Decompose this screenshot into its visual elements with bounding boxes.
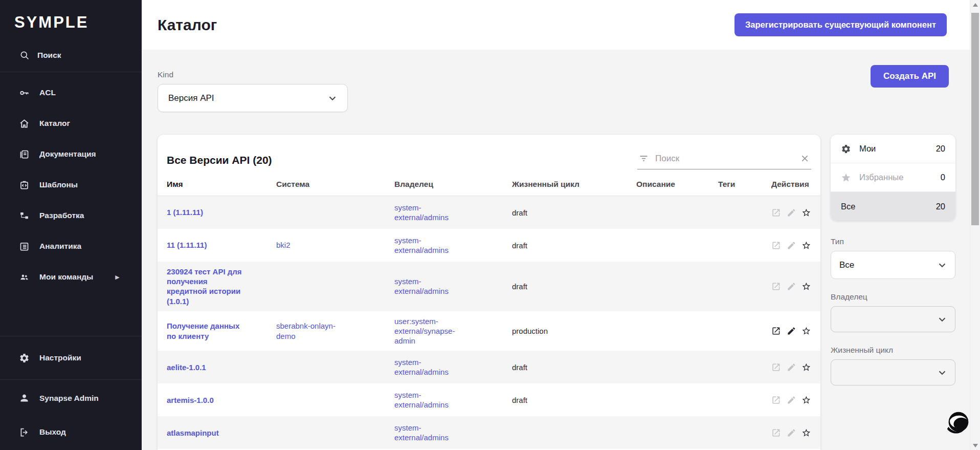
kind-label: Kind	[158, 70, 348, 79]
entity-owner-link[interactable]: user:system-external/synapse-admin	[394, 316, 474, 346]
sidebar-nav-item[interactable]: Мои команды ▶	[0, 262, 142, 292]
edit-icon[interactable]	[787, 326, 796, 336]
sidebar-nav-item[interactable]: Каталог	[0, 108, 142, 139]
entity-system-link[interactable]: sberabnk-onlayn-demo	[276, 321, 343, 340]
open-in-new-icon[interactable]	[771, 207, 781, 218]
filter-icon	[638, 153, 649, 164]
gear-icon	[19, 353, 30, 363]
column-header-name[interactable]: Имя	[167, 180, 276, 189]
sidebar-nav-item[interactable]: Шаблоны	[0, 169, 142, 200]
scroll-down-arrow-icon[interactable]	[973, 444, 978, 447]
create-api-button[interactable]: Создать API	[871, 65, 949, 88]
search-icon	[19, 50, 30, 60]
logout-label: Выход	[39, 427, 66, 437]
tab-my-label: Мои	[859, 144, 876, 154]
column-header-owner[interactable]: Владелец	[394, 180, 512, 189]
type-filter-select[interactable]: Все	[831, 251, 955, 279]
column-header-description[interactable]: Описание	[636, 180, 718, 189]
owner-filter-label: Владелец	[831, 292, 955, 302]
owner-filter-select[interactable]	[831, 306, 955, 332]
entity-name-link[interactable]: 230924 тест API для получения кредитной …	[167, 267, 244, 306]
entity-lifecycle: draft	[512, 208, 636, 217]
sidebar-item-settings[interactable]: Настройки	[0, 336, 142, 379]
people-icon	[19, 272, 30, 283]
open-in-new-icon[interactable]	[771, 326, 781, 336]
entity-owner-link[interactable]: system-external/admins	[394, 390, 474, 410]
edit-icon[interactable]	[787, 240, 796, 251]
sidebar-nav-item[interactable]: Разработка	[0, 200, 142, 231]
column-header-lifecycle[interactable]: Жизненный цикл	[512, 180, 636, 189]
sidebar-logout[interactable]: Выход	[0, 416, 142, 448]
edit-icon[interactable]	[787, 362, 796, 373]
lifecycle-filter-select[interactable]	[831, 359, 955, 385]
table-header-row: Имя Система Владелец Жизненный цикл Опис…	[158, 173, 820, 196]
entity-name-link[interactable]: Получение данных по клиенту	[167, 321, 244, 340]
open-in-new-icon[interactable]	[771, 395, 781, 405]
entity-owner-link[interactable]: system-external/admins	[394, 235, 474, 255]
column-header-tags[interactable]: Теги	[718, 180, 771, 189]
entity-name-link[interactable]: 11 (1.11.11)	[167, 240, 207, 250]
entity-lifecycle: draft	[512, 241, 636, 250]
column-header-actions: Действия	[771, 180, 811, 189]
open-in-new-icon[interactable]	[771, 281, 781, 292]
tab-starred-count: 0	[941, 173, 945, 182]
entity-owner-link[interactable]: system-external/admins	[394, 423, 474, 442]
tab-all-label: Все	[841, 202, 855, 211]
table-search[interactable]	[637, 150, 811, 169]
sidebar-search[interactable]: Поиск	[0, 32, 142, 72]
open-in-new-icon[interactable]	[771, 362, 781, 373]
table-row: atlasmapinput system-external/admins	[158, 416, 820, 449]
entity-lifecycle: draft	[512, 363, 636, 372]
entity-system-link[interactable]: bki2	[276, 240, 291, 250]
entity-owner-link[interactable]: system-external/admins	[394, 276, 474, 296]
analytics-icon	[19, 241, 30, 252]
table-row: 230924 тест API для получения кредитной …	[158, 262, 820, 311]
settings-label: Настройки	[39, 353, 81, 362]
star-icon[interactable]	[801, 281, 811, 292]
star-icon[interactable]	[801, 240, 811, 251]
star-icon[interactable]	[801, 207, 811, 218]
clear-search-icon[interactable]	[799, 153, 810, 164]
open-in-new-icon[interactable]	[771, 427, 781, 438]
star-filled-icon	[841, 173, 851, 183]
star-icon[interactable]	[801, 427, 811, 438]
table-body: 1 (1.11.11) system-external/admins draft	[158, 196, 820, 449]
open-in-new-icon[interactable]	[771, 240, 781, 251]
logout-icon	[19, 427, 30, 438]
chevron-down-icon	[937, 260, 948, 271]
table-row: aelite-1.0.1 system-external/admins draf…	[158, 351, 820, 383]
tab-my[interactable]: Мои 20	[831, 135, 955, 163]
star-icon[interactable]	[801, 362, 811, 373]
kind-select[interactable]: Версия API	[158, 84, 348, 112]
edit-icon[interactable]	[787, 281, 796, 292]
star-icon[interactable]	[801, 395, 811, 405]
scrollbar-thumb[interactable]	[971, 13, 979, 225]
column-header-system[interactable]: Система	[276, 180, 394, 189]
sidebar-nav-item[interactable]: Документация	[0, 139, 142, 169]
table-search-input[interactable]	[655, 154, 793, 164]
floating-widget-button[interactable]	[942, 408, 974, 441]
entity-name-link[interactable]: atlasmapinput	[167, 428, 219, 438]
star-icon[interactable]	[801, 326, 811, 336]
entity-owner-link[interactable]: system-external/admins	[394, 203, 474, 222]
edit-icon[interactable]	[787, 207, 796, 218]
entity-name-link[interactable]: 1 (1.11.11)	[167, 207, 203, 217]
edit-icon[interactable]	[787, 395, 796, 405]
register-component-button[interactable]: Зарегистрировать существующий компонент	[734, 13, 947, 36]
tab-starred[interactable]: Избранные 0	[831, 163, 955, 192]
table-title: Все Версии API (20)	[167, 150, 272, 166]
entity-name-link[interactable]: artemis-1.0.0	[167, 395, 214, 405]
vertical-scrollbar[interactable]	[970, 0, 980, 450]
filters-panel: Мои 20 Избранные 0 Все 20 Тип Все Владел…	[831, 135, 955, 450]
sidebar-item-label: Мои команды	[39, 272, 93, 282]
scroll-up-arrow-icon[interactable]	[973, 3, 978, 7]
sidebar-nav-item[interactable]: ACL	[0, 77, 142, 108]
sidebar-item-label: Документация	[39, 149, 96, 159]
entity-owner-link[interactable]: system-external/admins	[394, 357, 474, 377]
edit-icon[interactable]	[787, 427, 796, 438]
entity-name-link[interactable]: aelite-1.0.1	[167, 362, 206, 372]
sidebar-user[interactable]: Synapse Admin	[0, 379, 142, 416]
sidebar-nav-item[interactable]: Аналитика	[0, 231, 142, 262]
tab-all[interactable]: Все 20	[831, 192, 955, 221]
gear-icon	[841, 144, 851, 154]
